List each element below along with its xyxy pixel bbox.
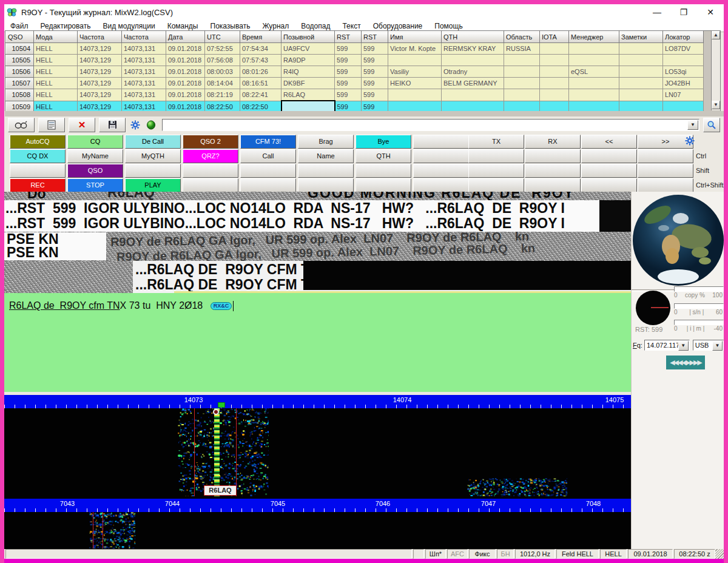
macro-button-qrz-[interactable]: QRZ? bbox=[183, 149, 238, 163]
log-column-header[interactable]: Заметки bbox=[619, 32, 663, 43]
log-column-header[interactable]: QTH bbox=[442, 32, 504, 43]
macro-button-empty[interactable] bbox=[581, 149, 637, 163]
macro-button-call[interactable]: Call bbox=[240, 149, 296, 163]
tx-edit-window[interactable]: R6LAQ de R9OY cfm TNX 73 tu HNY 2Ø18 RX&… bbox=[4, 293, 631, 392]
status-cell[interactable]: Фикс bbox=[469, 549, 496, 559]
log-cell-call[interactable]: RA9DP bbox=[281, 55, 335, 66]
macro-button-empty[interactable] bbox=[10, 164, 66, 178]
rx-hell-window[interactable]: Do R6LAQ GOOD MORNING R6LAQ DE R9OY ...R… bbox=[4, 192, 631, 293]
earth-globe[interactable] bbox=[632, 193, 724, 289]
macro-button-empty[interactable] bbox=[356, 164, 411, 178]
delete-record-button[interactable]: ✕ bbox=[69, 118, 95, 132]
macro-button-qso-2[interactable]: QSO 2 bbox=[183, 135, 238, 149]
frequency-combobox[interactable]: 14.072.117 ▼ bbox=[644, 340, 690, 351]
macro-button-rx[interactable]: RX bbox=[525, 135, 581, 149]
status-cell[interactable]: 1012,0 Hz bbox=[515, 549, 555, 559]
status-cell[interactable]: Шп* bbox=[425, 549, 446, 559]
macro-button-cfm-73-[interactable]: CFM 73! bbox=[240, 135, 296, 149]
menu-item-3[interactable]: Вид модуляции bbox=[96, 22, 161, 30]
macro-button-play[interactable]: PLAY bbox=[125, 178, 181, 192]
log-column-header[interactable]: Частота bbox=[78, 32, 122, 43]
log-column-header[interactable]: Частота bbox=[122, 32, 166, 43]
log-column-header[interactable]: Имя bbox=[388, 32, 442, 43]
macro-button-empty[interactable] bbox=[525, 149, 581, 163]
macro-button-empty[interactable] bbox=[468, 178, 524, 192]
menu-item-1[interactable]: Файл bbox=[4, 22, 35, 30]
macro-button-empty[interactable] bbox=[413, 178, 469, 192]
menu-item-8[interactable]: Текст bbox=[336, 22, 366, 30]
table-row[interactable]: 10507HELL14073,12914073,13109.01.201808:… bbox=[6, 78, 704, 89]
table-row[interactable]: 10508HELL14073,12914073,13109.01.201808:… bbox=[6, 89, 704, 101]
macro-button-myqth[interactable]: MyQTH bbox=[125, 149, 181, 163]
macro-button-cq-dx[interactable]: CQ DX bbox=[10, 149, 66, 163]
menu-item-4[interactable]: Команды bbox=[161, 22, 204, 30]
sideband-combobox[interactable]: USB ▼ bbox=[693, 340, 724, 351]
chevron-down-icon[interactable]: ▼ bbox=[678, 341, 689, 351]
minimize-button[interactable]: — bbox=[644, 7, 670, 17]
macro-button-empty[interactable] bbox=[581, 164, 637, 178]
log-cell-call[interactable]: UA9FCV bbox=[281, 43, 335, 55]
macro-button-myname[interactable]: MyName bbox=[67, 149, 123, 163]
log-column-header[interactable]: Дата bbox=[166, 32, 205, 43]
resize-grip[interactable] bbox=[715, 549, 724, 559]
status-cell[interactable]: AFC bbox=[447, 549, 468, 559]
macro-button-empty[interactable] bbox=[183, 178, 238, 192]
scroll-up-icon[interactable]: ▲ bbox=[712, 31, 720, 39]
hf-waterfall[interactable]: R6LAQ bbox=[4, 408, 631, 499]
macro-button-empty[interactable] bbox=[638, 164, 693, 178]
table-row[interactable]: 10505HELL14073,12914073,13109.01.201807:… bbox=[6, 55, 704, 66]
gear-icon[interactable] bbox=[685, 136, 695, 146]
status-cell[interactable]: БН bbox=[497, 549, 514, 559]
macro-button-name[interactable]: Name bbox=[298, 149, 354, 163]
macro-button-empty[interactable] bbox=[298, 178, 354, 192]
menu-item-2[interactable]: Редактировать bbox=[35, 22, 97, 30]
log-column-header[interactable]: RST bbox=[335, 32, 362, 43]
macro-button--[interactable]: << bbox=[581, 135, 637, 149]
table-row[interactable]: 10506HELL14073,12914073,13109.01.201808:… bbox=[6, 66, 704, 78]
log-column-header[interactable]: Время bbox=[240, 32, 281, 43]
log-scrollbar[interactable]: ▲ ▼ bbox=[711, 31, 720, 110]
log-preview-button[interactable] bbox=[38, 118, 65, 132]
macro-button-empty[interactable] bbox=[581, 178, 637, 192]
status-cell[interactable]: 09.01.2018 bbox=[628, 549, 673, 559]
log-column-header[interactable]: UTC bbox=[205, 32, 240, 43]
macro-button-cq[interactable]: CQ bbox=[67, 135, 123, 149]
log-column-header[interactable]: Область bbox=[504, 32, 540, 43]
status-cell[interactable] bbox=[413, 549, 424, 559]
macro-button-empty[interactable] bbox=[525, 164, 581, 178]
log-column-header[interactable]: Позывной bbox=[281, 32, 335, 43]
table-row[interactable]: 10504HELL14073,12914073,13109.01.201807:… bbox=[6, 43, 704, 55]
lf-waterfall[interactable] bbox=[4, 512, 631, 549]
macro-button-empty[interactable] bbox=[638, 149, 693, 163]
macro-button-empty[interactable] bbox=[356, 178, 411, 192]
callsign-search-combobox[interactable]: ▼ bbox=[162, 119, 699, 131]
macro-button-empty[interactable] bbox=[468, 164, 524, 178]
search-log-button[interactable] bbox=[8, 118, 35, 132]
macro-button-empty[interactable] bbox=[413, 149, 469, 163]
gear-icon[interactable] bbox=[129, 119, 141, 131]
menu-item-9[interactable]: Оборудование bbox=[367, 22, 429, 30]
lf-waterfall-scale[interactable]: 704370447045704670477048 bbox=[4, 499, 631, 512]
log-column-header[interactable]: Локатор bbox=[663, 32, 704, 43]
menu-item-6[interactable]: Журнал bbox=[256, 22, 295, 30]
hf-waterfall-scale[interactable]: 140731407414075 bbox=[4, 395, 631, 408]
macro-button-empty[interactable] bbox=[298, 164, 354, 178]
macro-button-qth[interactable]: QTH bbox=[356, 149, 411, 163]
macro-button-empty[interactable] bbox=[525, 178, 581, 192]
chevron-down-icon[interactable]: ▼ bbox=[712, 341, 723, 351]
macro-button-rec[interactable]: REC bbox=[10, 178, 66, 192]
chevron-down-icon[interactable]: ▼ bbox=[687, 120, 698, 130]
macro-button-empty[interactable] bbox=[413, 164, 469, 178]
status-cell[interactable]: 08:22:50 z bbox=[674, 549, 715, 559]
log-column-header[interactable]: IOTA bbox=[540, 32, 569, 43]
log-column-header[interactable]: QSO bbox=[6, 32, 34, 43]
green-lamp-icon[interactable] bbox=[145, 119, 157, 131]
macro-button-stop[interactable]: STOP bbox=[67, 178, 123, 192]
macro-button-empty[interactable] bbox=[413, 135, 469, 149]
macro-button-tx[interactable]: TX bbox=[468, 135, 524, 149]
macro-button-empty[interactable] bbox=[183, 164, 238, 178]
tuning-indicator[interactable] bbox=[636, 291, 670, 325]
macro-button-autocq[interactable]: AutoCQ bbox=[10, 135, 66, 149]
frequency-nudge-arrows[interactable]: ◀◀◀◀▶▶▶▶ bbox=[666, 356, 705, 369]
menu-item-10[interactable]: Помощь bbox=[428, 22, 468, 30]
